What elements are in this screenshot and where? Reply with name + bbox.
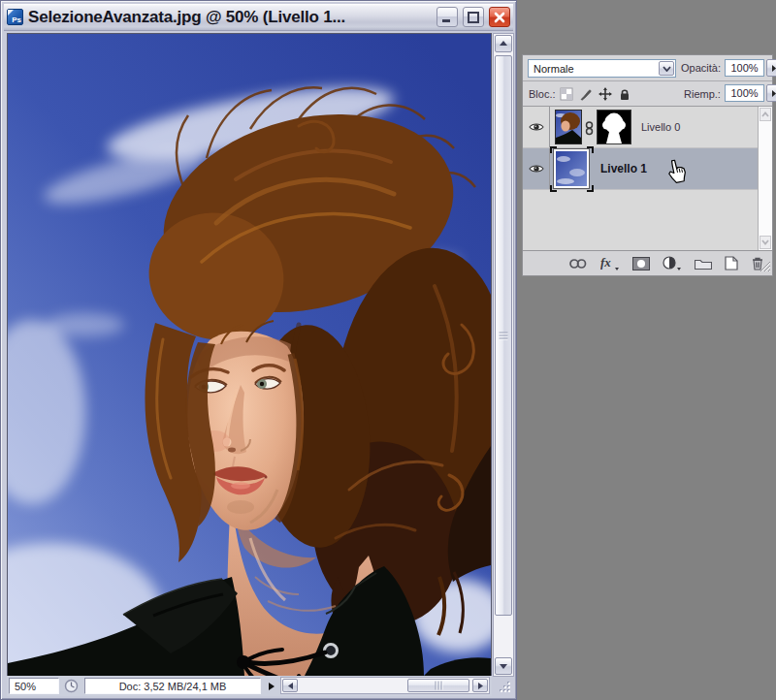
- new-layer-button[interactable]: [725, 256, 738, 270]
- layer-thumbnail-selected[interactable]: [554, 149, 589, 188]
- document-window: SelezioneAvanzata.jpg @ 50% (Livello 1..…: [0, 0, 517, 700]
- fill-slider-button[interactable]: [766, 84, 776, 102]
- visibility-toggle[interactable]: [523, 107, 550, 147]
- blend-mode-value: Normale: [534, 63, 574, 75]
- document-title: SelezioneAvanzata.jpg @ 50% (Livello 1..…: [28, 8, 432, 27]
- resize-grip-icon: [493, 676, 514, 696]
- close-icon: [494, 12, 505, 23]
- add-layer-mask-button[interactable]: [632, 257, 650, 270]
- eye-icon: [529, 122, 544, 132]
- layers-list: Livello 0 Livello 1: [523, 107, 772, 251]
- new-adjustment-layer-button[interactable]: [663, 256, 682, 270]
- lock-transparency-icon[interactable]: [560, 87, 573, 101]
- eye-icon: [529, 164, 544, 174]
- svg-text:fx: fx: [600, 256, 611, 270]
- layer-name: Livello 0: [641, 107, 680, 147]
- photo-portrait: [8, 34, 491, 676]
- layer-row-livello-1[interactable]: Livello 1: [523, 148, 758, 190]
- close-button[interactable]: [489, 7, 510, 27]
- resize-grip-icon: [758, 259, 771, 272]
- chevron-down-icon[interactable]: [659, 61, 674, 76]
- layer-row-livello-0[interactable]: Livello 0: [523, 107, 758, 148]
- lock-label: Bloc.:: [529, 88, 556, 100]
- arrow-left-icon: [287, 682, 294, 690]
- link-layers-button[interactable]: [568, 258, 588, 270]
- horizontal-scrollbar[interactable]: [280, 677, 490, 694]
- arrow-right-icon: [477, 682, 484, 690]
- selection-corner: [587, 185, 594, 192]
- opacity-label: Opacità:: [681, 62, 721, 74]
- layer-thumbnail[interactable]: [555, 110, 582, 144]
- arrow-right-icon: [771, 89, 776, 98]
- selection-corner: [587, 146, 594, 153]
- palette-scroll-down-button[interactable]: [760, 236, 771, 249]
- opacity-field[interactable]: 100%: [725, 59, 764, 77]
- maximize-icon: [468, 12, 479, 23]
- layers-palette-footer: fx: [523, 251, 772, 275]
- maximize-button[interactable]: [463, 7, 484, 27]
- document-titlebar[interactable]: SelezioneAvanzata.jpg @ 50% (Livello 1..…: [4, 4, 513, 31]
- scroll-left-button[interactable]: [282, 679, 298, 692]
- photoshop-file-icon: [7, 9, 23, 25]
- scroll-down-button[interactable]: [495, 657, 512, 675]
- layer-name: Livello 1: [600, 148, 647, 189]
- palette-scrollbar[interactable]: [758, 107, 772, 250]
- scroll-right-button[interactable]: [472, 679, 488, 692]
- vertical-scrollbar[interactable]: [493, 33, 514, 677]
- layer-mask-thumbnail[interactable]: [597, 110, 631, 144]
- lock-position-icon[interactable]: [598, 87, 612, 101]
- arrow-up-icon: [499, 40, 508, 48]
- scroll-up-button[interactable]: [495, 35, 512, 52]
- thumb-grip: [436, 682, 442, 690]
- arrow-down-icon: [499, 662, 508, 670]
- photoshop-workspace: SelezioneAvanzata.jpg @ 50% (Livello 1..…: [0, 0, 776, 700]
- layer-style-button[interactable]: fx: [600, 256, 620, 270]
- fill-label: Riemp.:: [684, 88, 721, 100]
- status-flyout-button[interactable]: [265, 680, 277, 692]
- layers-palette: Normale Opacità: 100% Bloc.:: [522, 54, 773, 276]
- chevron-down-icon: [761, 239, 769, 245]
- opacity-slider-button[interactable]: [766, 59, 776, 77]
- blend-mode-row: Normale Opacità: 100%: [523, 55, 772, 81]
- blend-mode-select[interactable]: Normale: [528, 59, 676, 78]
- vertical-scroll-thumb[interactable]: [495, 55, 512, 616]
- thumb-grip: [500, 333, 508, 339]
- lock-image-icon[interactable]: [579, 87, 593, 101]
- arrow-right-icon: [268, 682, 275, 691]
- document-size-field[interactable]: Doc: 3,52 MB/24,1 MB: [84, 678, 261, 694]
- lock-all-icon[interactable]: [618, 87, 631, 101]
- version-cue-icon: [64, 679, 79, 693]
- visibility-toggle[interactable]: [523, 148, 550, 189]
- fill-field[interactable]: 100%: [725, 84, 764, 102]
- palette-scroll-up-button[interactable]: [760, 108, 771, 121]
- zoom-level-field[interactable]: 50%: [9, 678, 59, 694]
- window-resize-grip[interactable]: [493, 676, 514, 696]
- document-body: 50% Doc: 3,52 MB/24,1 MB: [4, 32, 513, 696]
- horizontal-scroll-thumb[interactable]: [407, 679, 469, 692]
- selection-corner: [550, 146, 557, 153]
- status-bar: 50% Doc: 3,52 MB/24,1 MB: [7, 676, 492, 696]
- lock-row: Bloc.: Riemp.: 100%: [523, 81, 772, 107]
- chevron-up-icon: [761, 111, 769, 117]
- selection-corner: [550, 185, 557, 192]
- arrow-right-icon: [771, 64, 776, 73]
- new-group-button[interactable]: [695, 257, 712, 270]
- palette-resize-grip[interactable]: [758, 259, 771, 274]
- hand-cursor: [666, 159, 688, 186]
- image-canvas[interactable]: [7, 33, 492, 677]
- mask-link-icon[interactable]: [585, 121, 594, 138]
- minimize-button[interactable]: [436, 7, 458, 27]
- minimize-icon: [441, 12, 453, 23]
